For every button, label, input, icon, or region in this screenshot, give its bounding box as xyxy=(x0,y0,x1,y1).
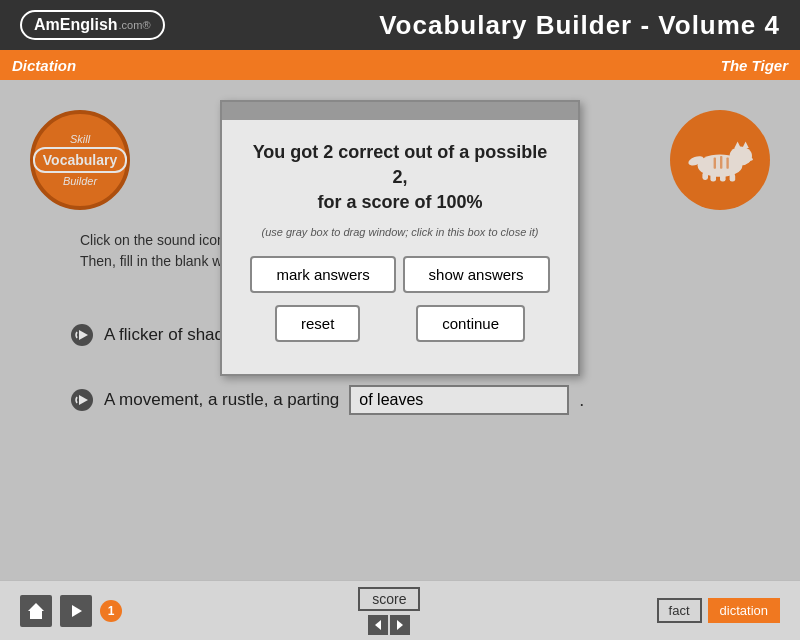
page-title: Vocabulary Builder - Volume 4 xyxy=(379,10,780,41)
svg-marker-19 xyxy=(375,620,381,630)
score-modal[interactable]: You got 2 correct out of a possible 2,fo… xyxy=(220,100,580,376)
modal-overlay[interactable]: You got 2 correct out of a possible 2,fo… xyxy=(0,80,800,600)
fact-tab[interactable]: fact xyxy=(657,598,702,623)
svg-marker-20 xyxy=(397,620,403,630)
subheader: Dictation The Tiger xyxy=(0,50,800,80)
mark-answers-button[interactable]: mark answers xyxy=(250,256,395,293)
logo-area: AmEnglish.com® xyxy=(20,10,165,40)
svg-marker-18 xyxy=(72,605,82,617)
play-button[interactable] xyxy=(60,595,92,627)
modal-content: You got 2 correct out of a possible 2,fo… xyxy=(222,120,578,374)
logo-com: .com® xyxy=(119,19,151,31)
subheader-topic: The Tiger xyxy=(721,57,788,74)
footer-left: 1 xyxy=(20,595,122,627)
reset-button[interactable]: reset xyxy=(275,305,360,342)
logo-oval: AmEnglish.com® xyxy=(20,10,165,40)
home-button[interactable] xyxy=(20,595,52,627)
prev-arrow[interactable] xyxy=(368,615,388,635)
nav-arrows xyxy=(368,615,410,635)
svg-marker-17 xyxy=(28,603,44,619)
modal-hint: (use gray box to drag window; click in t… xyxy=(247,226,553,238)
modal-drag-bar[interactable] xyxy=(222,102,578,120)
score-button[interactable]: score xyxy=(358,587,420,611)
logo-text: AmEnglish xyxy=(34,16,118,34)
show-answers-button[interactable]: show answers xyxy=(403,256,550,293)
modal-score-text: You got 2 correct out of a possible 2,fo… xyxy=(247,140,553,216)
modal-btn-row-1: mark answers show answers xyxy=(247,256,553,293)
main-content: Skill Vocabulary Builder xyxy=(0,80,800,600)
app-header: AmEnglish.com® Vocabulary Builder - Volu… xyxy=(0,0,800,50)
subheader-dictation: Dictation xyxy=(12,57,76,74)
footer: 1 score fact dictation xyxy=(0,580,800,640)
footer-right: fact dictation xyxy=(657,598,780,623)
next-arrow[interactable] xyxy=(390,615,410,635)
modal-btn-row-2: reset continue xyxy=(247,305,553,342)
continue-button[interactable]: continue xyxy=(416,305,525,342)
dictation-tab[interactable]: dictation xyxy=(708,598,780,623)
page-number: 1 xyxy=(100,600,122,622)
footer-center: score xyxy=(358,587,420,635)
